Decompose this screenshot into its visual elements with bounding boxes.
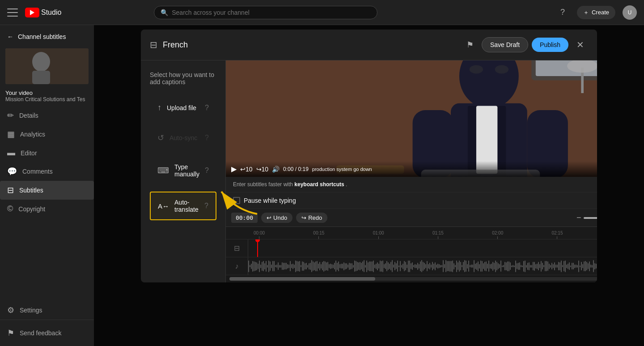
search-input[interactable] <box>172 9 371 16</box>
waveform-bar <box>476 263 477 270</box>
zoom-slider[interactable] <box>584 217 597 219</box>
rewind-button[interactable]: ↩10 <box>240 166 253 173</box>
flag-button[interactable]: ⚑ <box>462 37 478 53</box>
create-button[interactable]: ＋ Create <box>577 6 615 19</box>
zoom-out-button[interactable]: − <box>576 213 581 222</box>
waveform-bar <box>468 261 469 272</box>
waveform-bar <box>494 263 495 269</box>
sidebar-video-title: Your video <box>5 90 89 96</box>
waveform-bar <box>525 261 525 272</box>
svg-point-1 <box>32 52 50 72</box>
back-arrow-icon: ← <box>7 33 13 40</box>
waveform-bar <box>415 264 415 268</box>
sidebar-item-subtitles[interactable]: ⊟ Subtitles <box>0 181 94 200</box>
waveform-bar <box>466 261 466 272</box>
waveform-bar <box>250 265 250 267</box>
close-dialog-button[interactable]: ✕ <box>572 37 588 53</box>
waveform-bar <box>341 264 342 269</box>
play-button[interactable]: ▶ <box>231 165 237 173</box>
timeline-scrollbar-thumb[interactable] <box>229 277 376 281</box>
sidebar-item-copyright[interactable]: © Copyright <box>0 200 94 218</box>
autotranslate-help-icon[interactable]: ? <box>204 202 208 210</box>
waveform-bar <box>533 262 534 270</box>
waveform-bar <box>329 264 330 268</box>
waveform-bar <box>396 263 397 269</box>
waveform-bar <box>572 263 572 269</box>
waveform-bar <box>480 261 481 272</box>
waveform-bar <box>390 262 391 270</box>
sidebar-video-subtitle: Mission Critical Solutions and Tes <box>5 96 89 103</box>
svg-point-25 <box>470 65 483 73</box>
waveform-bar <box>502 265 503 267</box>
waveform-bar <box>357 262 358 271</box>
auto-translate-label: Auto-translate <box>174 199 199 213</box>
type-icon: ⌨ <box>157 166 169 175</box>
waveform-bar <box>515 261 516 272</box>
sidebar-item-editor[interactable]: ▬ Editor <box>0 144 94 162</box>
type-help-icon[interactable]: ? <box>205 167 209 175</box>
waveform-bar <box>582 264 583 268</box>
keyboard-shortcuts-link[interactable]: keyboard shortcuts <box>294 181 344 188</box>
sidebar-item-analytics[interactable]: ▦ Analytics <box>0 125 94 144</box>
option-upload-file[interactable]: ↑ Upload file ? <box>150 96 216 119</box>
waveform-bar <box>373 261 374 272</box>
sidebar-item-settings[interactable]: ⚙ Settings <box>0 301 94 320</box>
waveform-bar <box>291 264 292 268</box>
waveform-bar <box>510 262 511 270</box>
sidebar-video-info: Your video Mission Critical Solutions an… <box>0 88 94 106</box>
waveform-bar <box>506 262 507 270</box>
save-draft-button[interactable]: Save Draft <box>482 37 528 52</box>
video-thumbnail-sidebar[interactable] <box>5 48 89 84</box>
waveform-bar <box>558 262 559 270</box>
timeline-scrollbar[interactable] <box>229 277 597 281</box>
waveform-bar <box>330 264 331 269</box>
search-icon: 🔍 <box>161 9 168 16</box>
ruler-mark-0000: 00:00 <box>229 231 289 239</box>
autosync-help-icon[interactable]: ? <box>205 134 209 142</box>
waveform-bar <box>343 262 344 270</box>
playhead[interactable] <box>257 239 258 257</box>
waveform-bar <box>402 264 403 269</box>
help-icon[interactable]: ? <box>555 5 570 20</box>
option-type-manually[interactable]: ⌨ Type manually ? <box>150 157 216 184</box>
ruler-mark-0300: 03:00 <box>587 231 597 239</box>
publish-button[interactable]: Publish <box>532 38 568 52</box>
sidebar-item-send-feedback[interactable]: ⚑ Send feedback <box>0 324 94 342</box>
option-auto-sync[interactable]: ↺ Auto-sync ? <box>150 126 216 150</box>
redo-button[interactable]: ↪ Redo <box>296 213 327 223</box>
subtitle-track-label: ⊟ <box>226 239 248 257</box>
waveform-bar <box>478 261 479 271</box>
waveform-bar <box>353 265 354 268</box>
upload-help-icon[interactable]: ? <box>205 104 209 112</box>
sidebar-item-comments[interactable]: 💬 Comments <box>0 162 94 181</box>
zoom-controls: − + <box>576 213 597 222</box>
waveform-bar <box>449 261 450 272</box>
forward-button[interactable]: ↪10 <box>256 166 269 173</box>
waveform-bar <box>374 265 375 268</box>
search-bar[interactable]: 🔍 <box>154 6 377 19</box>
video-preview: ▶ ↩10 ↪10 🔊 0:00 / 0:19 production syste… <box>226 60 597 177</box>
waveform-bar <box>586 262 587 270</box>
youtube-studio-logo[interactable]: Studio <box>25 8 61 17</box>
waveform-bar <box>553 264 554 268</box>
waveform-bar <box>490 264 491 269</box>
main-layout: ← Channel subtitles Your video Mission C… <box>0 25 644 346</box>
waveform-bar <box>294 265 295 268</box>
waveform-bar <box>333 265 334 268</box>
waveform-bar <box>421 260 422 272</box>
waveform-bar <box>376 264 377 269</box>
waveform-bar <box>546 261 547 271</box>
sidebar-item-details[interactable]: ✏ Details <box>0 106 94 125</box>
option-auto-translate[interactable]: A↔ Auto-translate ? <box>150 192 216 220</box>
avatar[interactable]: U <box>623 5 637 20</box>
waveform-bar <box>270 261 271 271</box>
hamburger-menu[interactable] <box>7 7 18 18</box>
waveform-bar <box>288 265 289 268</box>
volume-button[interactable]: 🔊 <box>272 166 280 173</box>
dialog-left-title: Select how you want to add captions <box>150 71 216 85</box>
waveform-bar <box>529 262 530 270</box>
sidebar-back-button[interactable]: ← Channel subtitles <box>0 29 94 45</box>
subtitle-track-body[interactable] <box>248 239 597 257</box>
timeline-toolbar: 00:00 ↩ Undo ↪ Redo − <box>226 209 597 227</box>
waveform-bar <box>472 265 473 268</box>
